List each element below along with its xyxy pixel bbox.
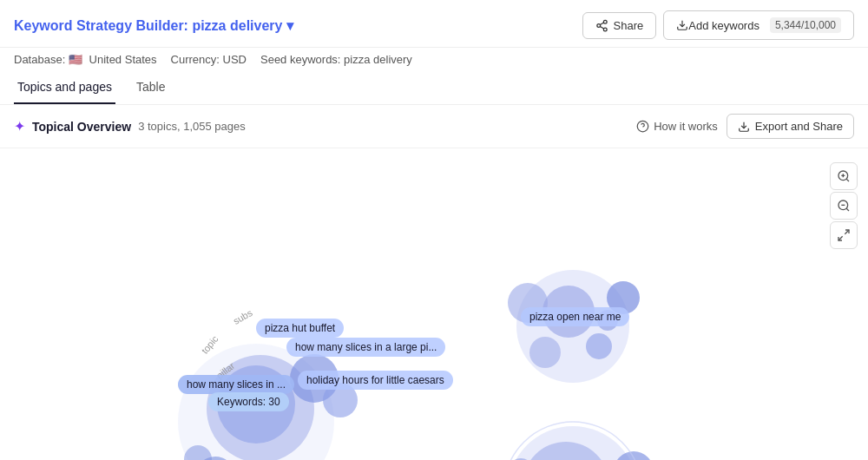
subheader: Database: 🇺🇸 United States Currency: USD… (0, 48, 868, 71)
header-left: Keyword Strategy Builder: pizza delivery… (14, 17, 293, 34)
svg-line-42 (845, 230, 849, 234)
page-title: Keyword Strategy Builder: pizza delivery… (14, 17, 293, 34)
svg-line-40 (846, 208, 849, 211)
currency-info: Currency: USD (171, 53, 247, 66)
how-many-slices-main-label: how many slices in ... (178, 375, 294, 394)
zoom-controls (830, 162, 858, 249)
help-circle-icon (636, 120, 649, 133)
svg-point-10 (542, 286, 595, 338)
svg-line-3 (600, 26, 603, 28)
export-share-button[interactable]: Export and Share (727, 114, 854, 139)
svg-point-29 (323, 383, 358, 417)
svg-point-14 (529, 337, 561, 368)
zoom-out-icon (837, 199, 851, 213)
header: Keyword Strategy Builder: pizza delivery… (0, 0, 868, 48)
magic-icon: ✦ (14, 118, 25, 135)
overview-left: ✦ Topical Overview 3 topics, 1,055 pages (14, 118, 246, 135)
expand-icon (837, 228, 851, 242)
svg-point-13 (586, 333, 612, 359)
overview-right: How it works Export and Share (636, 114, 854, 139)
expand-button[interactable] (830, 221, 858, 249)
bubble-chart (0, 148, 868, 460)
svg-point-0 (603, 20, 607, 23)
svg-point-11 (607, 281, 640, 314)
tabs-bar: Topics and pages Table (0, 71, 868, 105)
zoom-in-button[interactable] (830, 162, 858, 190)
svg-point-15 (597, 310, 618, 331)
download-icon (676, 19, 688, 31)
svg-point-12 (508, 283, 548, 323)
tab-topics-pages[interactable]: Topics and pages (14, 71, 115, 104)
svg-line-4 (600, 23, 603, 24)
svg-line-36 (846, 179, 849, 181)
how-it-works-button[interactable]: How it works (636, 120, 718, 133)
database-info: Database: 🇺🇸 United States (14, 53, 157, 66)
export-icon (738, 121, 750, 133)
share-button[interactable]: Share (582, 12, 657, 39)
zoom-out-button[interactable] (830, 192, 858, 220)
zoom-in-icon (837, 169, 851, 183)
seed-keywords-info: Seed keywords: pizza delivery (260, 53, 412, 66)
keyword-dropdown-icon[interactable]: ▾ (286, 18, 293, 33)
overview-title: Topical Overview (32, 120, 131, 134)
svg-line-43 (838, 236, 843, 240)
add-keywords-button[interactable]: Add keywords 5,344/10,000 (663, 10, 854, 40)
svg-point-1 (596, 23, 600, 27)
keyword-count-badge: 5,344/10,000 (770, 17, 841, 33)
overview-bar: ✦ Topical Overview 3 topics, 1,055 pages… (0, 105, 868, 148)
tab-table[interactable]: Table (133, 71, 168, 104)
share-icon (595, 19, 608, 32)
keywords-count-label: Keywords: 30 (208, 392, 289, 411)
header-right: Share Add keywords 5,344/10,000 (582, 10, 854, 40)
svg-point-2 (603, 28, 607, 31)
visualization-area: subs topic pillar pizza hut buffet how m… (0, 148, 868, 460)
overview-meta: 3 topics, 1,055 pages (138, 120, 246, 133)
